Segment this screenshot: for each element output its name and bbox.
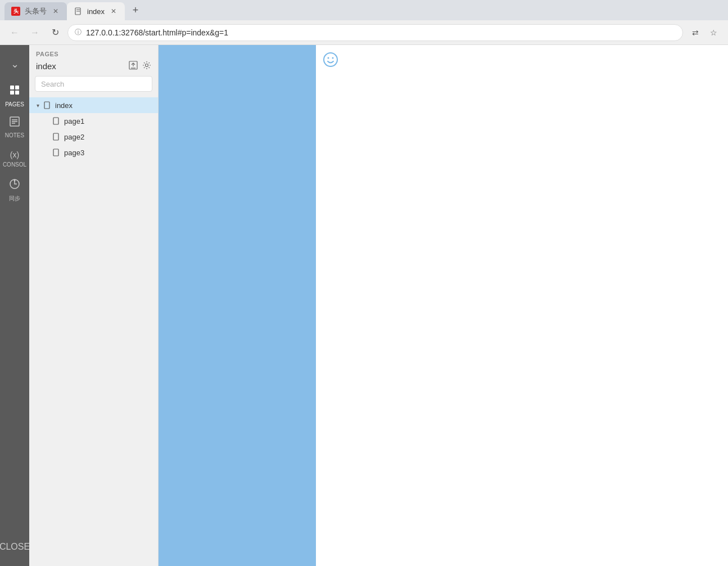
back-icon: ←	[10, 28, 19, 38]
tree-label-page3: page3	[64, 149, 153, 157]
tree-label-page2: page2	[64, 133, 153, 141]
tab-label-index: index	[87, 7, 105, 16]
notes-icon	[9, 116, 20, 130]
svg-rect-6	[15, 91, 19, 95]
address-bar[interactable]: ⓘ 127.0.0.1:32768/start.html#p=index&g=1	[67, 24, 683, 41]
activity-expand-button[interactable]: ⌄	[2, 50, 27, 79]
main-area: ⌄ PAGES	[0, 45, 728, 566]
svg-rect-20	[53, 133, 58, 140]
canvas-area[interactable]	[316, 45, 728, 566]
tree-icon-index	[43, 101, 52, 110]
content-area	[159, 45, 728, 566]
forward-button[interactable]: →	[27, 25, 43, 41]
tab-favicon-index	[74, 7, 83, 16]
tab-close-toutiao[interactable]: ✕	[51, 7, 60, 16]
pages-panel: PAGES index	[29, 45, 159, 566]
back-button[interactable]: ←	[7, 25, 22, 41]
tab-index[interactable]: index ✕	[67, 2, 125, 20]
expand-icon: ⌄	[11, 58, 19, 70]
tree-toggle-index: ▾	[34, 102, 42, 109]
bookmark-icon: ☆	[710, 28, 717, 37]
address-text: 127.0.0.1:32768/start.html#p=index&g=1	[86, 28, 676, 37]
address-info-icon: ⓘ	[75, 28, 82, 37]
activity-console-button[interactable]: (x) CONSOL	[2, 144, 27, 173]
tab-label-toutiao: 头条号	[25, 6, 47, 16]
tab-favicon-toutiao: 头	[11, 7, 20, 16]
toolbar-area	[159, 45, 316, 566]
search-box	[35, 76, 152, 92]
reload-button[interactable]: ↻	[47, 25, 63, 41]
pages-current-name: index	[36, 61, 56, 71]
forward-icon: →	[30, 28, 39, 38]
pages-section-title: PAGES	[36, 51, 151, 57]
tree-item-page2[interactable]: ▸ page2	[29, 129, 158, 145]
nav-bar: ← → ↻ ⓘ 127.0.0.1:32768/start.html#p=ind…	[0, 20, 728, 45]
tree-item-page1[interactable]: ▸ page1	[29, 113, 158, 129]
tab-close-index[interactable]: ✕	[109, 7, 118, 16]
tree-item-index[interactable]: ▾ index	[29, 97, 158, 113]
page-icon	[74, 7, 82, 15]
tab-toutiao[interactable]: 头 头条号 ✕	[4, 2, 67, 20]
search-input[interactable]	[35, 76, 152, 92]
close-panel-button[interactable]: CLOSE	[2, 532, 27, 561]
svg-rect-19	[53, 118, 58, 124]
svg-point-22	[324, 53, 337, 66]
sync-label: 同步	[9, 195, 20, 203]
toutiao-favicon-icon: 头	[11, 7, 20, 16]
svg-rect-3	[10, 86, 14, 89]
translate-button[interactable]: ⇄	[688, 25, 703, 41]
sync-icon	[9, 178, 20, 192]
translate-icon: ⇄	[692, 28, 699, 37]
pages-export-button[interactable]	[129, 61, 138, 71]
activity-sync-button[interactable]: 同步	[2, 176, 27, 205]
console-icon: (x)	[10, 150, 19, 159]
reload-icon: ↻	[52, 27, 59, 38]
pages-header: PAGES	[29, 45, 158, 60]
tree-label-index: index	[55, 101, 153, 110]
svg-rect-21	[53, 149, 58, 156]
svg-rect-4	[15, 86, 19, 89]
close-panel-label: CLOSE	[0, 542, 30, 552]
pages-label: PAGES	[5, 101, 24, 107]
svg-rect-18	[44, 102, 49, 109]
notes-label: NOTES	[5, 132, 24, 138]
pages-actions	[129, 61, 151, 71]
pages-tree: ▾ index ▸ page1	[29, 96, 158, 566]
browser-window: 头 头条号 ✕ index ✕ + ← → ↻	[0, 0, 728, 566]
new-tab-button[interactable]: +	[127, 2, 144, 19]
bookmark-button[interactable]: ☆	[706, 25, 721, 41]
pages-icon	[8, 84, 21, 99]
tree-label-page1: page1	[64, 117, 153, 125]
pages-name-row: index	[29, 60, 158, 76]
smiley-icon	[323, 52, 338, 71]
console-label: CONSOL	[3, 161, 26, 168]
tree-item-page3[interactable]: ▸ page3	[29, 145, 158, 160]
svg-point-23	[328, 57, 329, 59]
tree-icon-page1	[52, 116, 61, 125]
svg-marker-13	[13, 179, 16, 181]
tab-bar: 头 头条号 ✕ index ✕ +	[0, 0, 728, 20]
pages-settings-button[interactable]	[142, 61, 151, 71]
svg-point-24	[332, 57, 334, 59]
nav-actions: ⇄ ☆	[688, 25, 721, 41]
activity-notes-button[interactable]: NOTES	[2, 113, 27, 142]
tree-icon-page2	[52, 132, 61, 141]
activity-bar: ⌄ PAGES	[0, 45, 29, 566]
tree-icon-page3	[52, 148, 61, 157]
svg-rect-5	[10, 91, 14, 95]
svg-point-17	[146, 64, 148, 67]
activity-pages-button[interactable]: PAGES	[2, 81, 27, 110]
